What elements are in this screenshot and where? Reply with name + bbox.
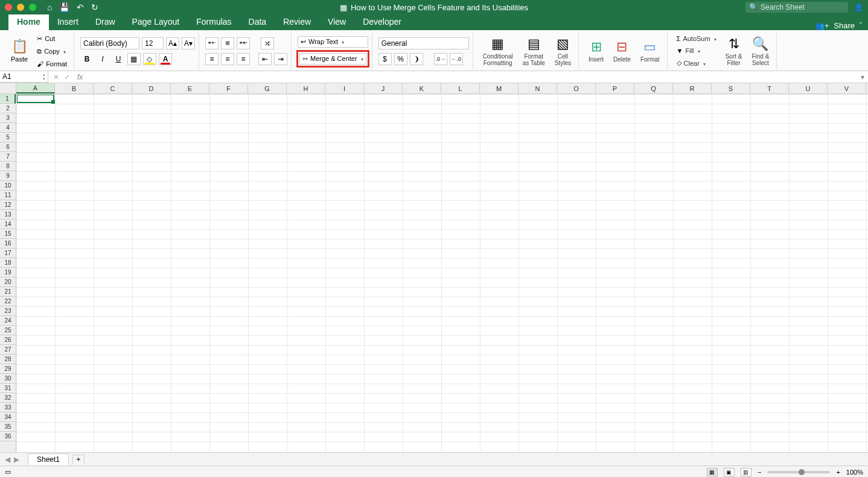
font-color-button[interactable]: A [159,53,172,65]
align-top-button[interactable]: ⬴ [205,37,219,49]
row-header-31[interactable]: 31 [0,384,16,393]
col-header-p[interactable]: P [596,83,634,93]
font-name-input[interactable] [80,37,139,49]
col-header-n[interactable]: N [519,83,557,93]
col-header-q[interactable]: Q [634,83,673,93]
row-header-23[interactable]: 23 [0,306,16,316]
increase-indent-button[interactable]: ⇥ [274,53,287,65]
share-button[interactable]: Share [834,21,855,30]
row-header-36[interactable]: 36 [0,432,16,441]
row-header-32[interactable]: 32 [0,393,16,403]
close-window-button[interactable] [5,4,12,11]
row-header-29[interactable]: 29 [0,364,16,374]
row-header-16[interactable]: 16 [0,239,16,248]
confirm-icon[interactable]: ✓ [64,73,70,81]
expand-formula-bar-icon[interactable]: ▾ [857,73,868,81]
col-header-u[interactable]: U [789,83,828,93]
decrease-indent-button[interactable]: ⇤ [258,53,272,65]
format-painter-button[interactable]: 🖌Format [34,58,70,69]
col-header-b[interactable]: B [55,83,94,93]
align-center-button[interactable]: ≡ [221,53,234,65]
name-box[interactable]: A1 ▴▾ [0,71,48,83]
row-header-19[interactable]: 19 [0,268,16,277]
col-header-r[interactable]: R [673,83,712,93]
row-header-28[interactable]: 28 [0,355,16,364]
redo-icon[interactable]: ↻ [91,2,98,12]
row-header-26[interactable]: 26 [0,335,16,345]
col-header-c[interactable]: C [94,83,132,93]
row-header-17[interactable]: 17 [0,248,16,258]
col-header-o[interactable]: O [557,83,596,93]
col-header-t[interactable]: T [750,83,789,93]
row-header-2[interactable]: 2 [0,104,16,113]
align-bottom-button[interactable]: ⬵ [237,37,250,49]
sheet-prev-icon[interactable]: ◀ [5,455,10,464]
row-header-20[interactable]: 20 [0,277,16,287]
col-header-j[interactable]: J [364,83,403,93]
row-header-15[interactable]: 15 [0,229,16,239]
delete-cells-button[interactable]: ⊟Delete [610,38,634,64]
copy-button[interactable]: ⧉Copy [34,46,70,57]
col-header-a[interactable]: A [16,83,55,93]
col-header-h[interactable]: H [287,83,325,93]
col-header-i[interactable]: I [325,83,364,93]
select-all-corner[interactable] [0,83,16,94]
undo-icon[interactable]: ↶ [77,2,84,12]
row-header-24[interactable]: 24 [0,316,16,326]
zoom-in-button[interactable]: + [836,469,840,476]
align-left-button[interactable]: ≡ [205,53,219,65]
tab-draw[interactable]: Draw [87,14,124,30]
col-header-e[interactable]: E [171,83,209,93]
user-icon[interactable]: 👤 [854,3,863,11]
tab-data[interactable]: Data [240,14,275,30]
conditional-formatting-button[interactable]: ▦ConditionalFormatting [479,35,517,68]
col-header-l[interactable]: L [441,83,480,93]
cell-grid[interactable] [16,94,868,452]
row-header-8[interactable]: 8 [0,162,16,171]
col-header-k[interactable]: K [403,83,441,93]
format-cells-button[interactable]: ▭Format [637,38,663,64]
find-select-button[interactable]: 🔍Find &Select [748,35,773,68]
align-middle-button[interactable]: ≡ [221,37,234,49]
insert-cells-button[interactable]: ⊞Insert [585,38,607,64]
comma-button[interactable]: ❩ [410,53,423,65]
underline-button[interactable]: U [112,53,125,65]
row-header-10[interactable]: 10 [0,181,16,191]
format-as-table-button[interactable]: ▤Formatas Table [519,35,549,68]
row-header-5[interactable]: 5 [0,133,16,142]
bold-button[interactable]: B [80,53,94,65]
tab-home[interactable]: Home [8,14,49,30]
row-header-33[interactable]: 33 [0,403,16,412]
page-break-view-button[interactable]: ▥ [741,468,752,476]
row-header-14[interactable]: 14 [0,220,16,229]
merge-center-button[interactable]: ⇿Merge & Center [299,53,366,65]
row-header-35[interactable]: 35 [0,422,16,432]
tab-page-layout[interactable]: Page Layout [124,14,188,30]
row-header-34[interactable]: 34 [0,412,16,422]
zoom-level[interactable]: 100% [846,469,863,476]
row-header-13[interactable]: 13 [0,210,16,220]
row-header-3[interactable]: 3 [0,113,16,123]
italic-button[interactable]: I [96,53,109,65]
save-icon[interactable]: 💾 [59,2,69,12]
home-icon[interactable]: ⌂ [47,2,52,12]
sheet-tab-sheet1[interactable]: Sheet1 [28,453,69,465]
tab-developer[interactable]: Developer [354,14,410,30]
col-header-v[interactable]: V [828,83,866,93]
decrease-font-button[interactable]: A▾ [182,37,195,49]
row-header-12[interactable]: 12 [0,200,16,210]
fill-button[interactable]: ▼Fill [674,45,720,56]
orientation-button[interactable]: ⤭ [261,37,274,49]
row-header-30[interactable]: 30 [0,374,16,384]
normal-view-button[interactable]: ▦ [707,468,718,476]
tab-review[interactable]: Review [275,14,319,30]
sort-filter-button[interactable]: ⇅Sort &Filter [722,35,746,68]
row-header-6[interactable]: 6 [0,142,16,152]
increase-decimal-button[interactable]: .0→ [434,53,447,65]
col-header-g[interactable]: G [248,83,287,93]
customize-status-icon[interactable]: ▭ [5,468,11,476]
increase-font-button[interactable]: A▴ [166,37,179,49]
wrap-text-button[interactable]: ↩Wrap Text [298,36,368,48]
cancel-icon[interactable]: ✕ [53,73,59,81]
align-right-button[interactable]: ≡ [237,53,250,65]
